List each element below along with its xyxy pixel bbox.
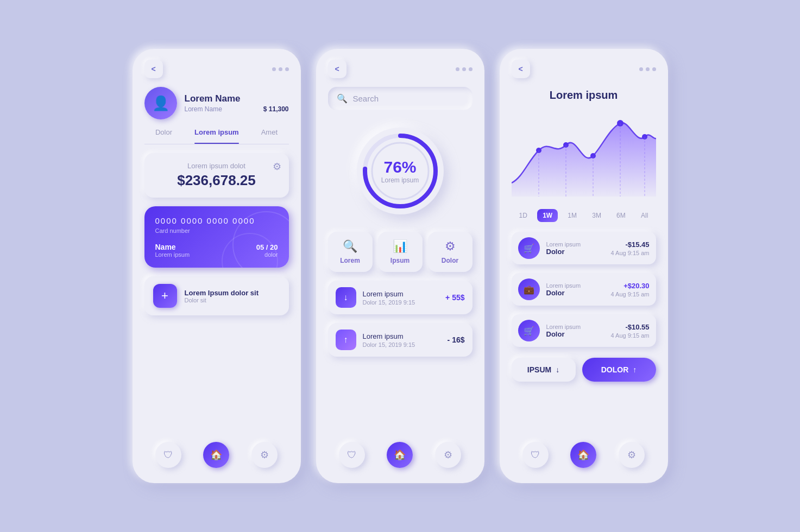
ipsum-label: IPSUM <box>527 365 551 374</box>
dolor-button[interactable]: DOLOR ↑ <box>582 358 656 382</box>
profile-sub: Lorem Name $ 11,300 <box>185 105 289 113</box>
txn3-date-2: 4 Aug 9:15 am <box>611 291 650 297</box>
progress-label: Lorem ipsum <box>381 176 419 184</box>
txn3-right-2: +$20.30 4 Aug 9:15 am <box>611 282 650 297</box>
txn3-right-1: -$15.45 4 Aug 9:15 am <box>611 240 650 256</box>
nav-gear-2[interactable]: ⚙ <box>435 442 461 468</box>
nav-home-3[interactable]: 🏠 <box>570 442 596 468</box>
screen-1: < 👤 Lorem Name Lorem Name $ 11,300 Dol <box>133 49 301 483</box>
nav-home-1[interactable]: 🏠 <box>203 442 229 468</box>
bottom-nav-2: 🛡 🏠 ⚙ <box>328 438 473 468</box>
action-dolor-label: Dolor <box>442 257 458 264</box>
profile-sub-name: Lorem Name <box>185 105 222 113</box>
nav-home-2[interactable]: 🏠 <box>387 442 413 468</box>
time-tab-1m[interactable]: 1M <box>562 209 582 222</box>
add-text-main: Lorem Ipsum dolor sit <box>185 289 259 297</box>
time-tab-3m[interactable]: 3M <box>587 209 607 222</box>
action-ipsum[interactable]: 📊 Ipsum <box>378 232 423 272</box>
dots-3 <box>639 67 656 71</box>
avatar-icon: 👤 <box>152 95 169 112</box>
profile-name: Lorem Name <box>185 93 289 104</box>
card-number: 0000 0000 0000 0000 <box>155 216 278 225</box>
txn3-row-2: 💼 Lorem ipsum Dolor +$20.30 4 Aug 9:15 a… <box>512 273 656 306</box>
chart-area <box>512 112 656 199</box>
dots-2 <box>456 67 473 71</box>
chart-title: Lorem ipsum <box>512 87 656 104</box>
add-text: Lorem Ipsum dolor sit Dolor sit <box>185 289 259 303</box>
add-button[interactable]: + <box>153 284 177 308</box>
txn3-name-2: Dolor <box>546 289 604 297</box>
profile-amount: $ 11,300 <box>263 105 289 113</box>
nav-shield-1[interactable]: 🛡 <box>155 442 181 468</box>
tab-lorem-ipsum[interactable]: Lorem ipsum <box>194 128 239 140</box>
time-tab-1d[interactable]: 1D <box>514 209 533 222</box>
txn3-date-3: 4 Aug 9:15 am <box>611 332 650 339</box>
back-button-1[interactable]: < <box>144 60 163 78</box>
circle-progress: 76% Lorem ipsum <box>357 128 444 214</box>
chart-svg <box>512 112 656 199</box>
txn-row-2: ↑ Lorem ipsum Dolor 15, 2019 9:15 - 16$ <box>328 323 473 357</box>
nav-gear-3[interactable]: ⚙ <box>619 442 645 468</box>
top-bar-2: < <box>328 60 473 78</box>
txn3-date-1: 4 Aug 9:15 am <box>611 250 650 256</box>
nav-shield-3[interactable]: 🛡 <box>522 442 549 468</box>
action-row: 🔍 Lorem 📊 Ipsum ⚙ Dolor <box>328 232 473 272</box>
screen-3: < Lorem ipsum <box>500 49 668 483</box>
nav-gear-1[interactable]: ⚙ <box>251 442 278 468</box>
search-placeholder: Search <box>353 94 379 103</box>
profile-section: 👤 Lorem Name Lorem Name $ 11,300 <box>144 87 289 119</box>
balance-label: Lorem ipsum dolot <box>154 162 279 170</box>
gear-action-icon: ⚙ <box>445 239 456 254</box>
time-tab-all[interactable]: All <box>635 209 653 222</box>
dolor-arrow-icon: ↑ <box>633 365 637 374</box>
top-bar-1: < <box>144 60 289 78</box>
nav-shield-2[interactable]: 🛡 <box>339 442 365 468</box>
action-ipsum-label: Ipsum <box>390 257 410 264</box>
search-bar[interactable]: 🔍 Search <box>328 87 473 110</box>
txn3-row-1: 🛒 Lorem ipsum Dolor -$15.45 4 Aug 9:15 a… <box>512 232 656 264</box>
txn3-row-3: 🛒 Lorem ipsum Dolor -$10.55 4 Aug 9:15 a… <box>512 314 656 347</box>
progress-wrap: 76% Lorem ipsum <box>328 119 473 223</box>
txn-icon-down: ↓ <box>336 287 356 308</box>
txn-main-1: Lorem ipsum Dolor 15, 2019 9:15 <box>363 290 439 306</box>
dot-2 <box>279 67 282 71</box>
action-dolor[interactable]: ⚙ Dolor <box>428 232 473 272</box>
back-button-3[interactable]: < <box>512 60 530 78</box>
back-button-2[interactable]: < <box>328 60 347 78</box>
txn-amount-1: + 55$ <box>445 293 464 302</box>
dot-3 <box>285 67 289 71</box>
txn-title-2: Lorem ipsum <box>363 332 441 340</box>
txn-row-1: ↓ Lorem ipsum Dolor 15, 2019 9:15 + 55$ <box>328 281 473 314</box>
txn3-amount-3: -$10.55 <box>611 323 650 331</box>
gear-icon[interactable]: ⚙ <box>273 161 281 173</box>
txn-main-2: Lorem ipsum Dolor 15, 2019 9:15 <box>363 332 441 348</box>
txn3-name-3: Dolor <box>546 330 604 338</box>
txn3-amount-1: -$15.45 <box>611 240 650 249</box>
txn3-info-3: Lorem ipsum Dolor <box>546 324 604 338</box>
card-bottom: Name Lorem ipsum 05 / 20 dolor <box>155 243 278 258</box>
txn3-icon-3: 🛒 <box>518 320 540 341</box>
credit-card: 0000 0000 0000 0000 Card number Name Lor… <box>144 206 289 268</box>
top-bar-3: < <box>512 60 656 78</box>
action-lorem[interactable]: 🔍 Lorem <box>328 232 373 272</box>
txn3-icon-1: 🛒 <box>518 237 540 259</box>
dots-1 <box>272 67 289 71</box>
search-action-icon: 🔍 <box>343 239 357 254</box>
avatar: 👤 <box>144 87 177 119</box>
txn3-icon-2: 💼 <box>518 278 540 300</box>
action-lorem-label: Lorem <box>340 257 360 264</box>
profile-info: Lorem Name Lorem Name $ 11,300 <box>185 93 289 113</box>
txn-icon-up: ↑ <box>336 330 356 350</box>
progress-pct: 76% <box>383 158 416 176</box>
card-number-label: Card number <box>155 227 278 234</box>
ipsum-button[interactable]: IPSUM ↓ <box>512 358 576 382</box>
txn-date-1: Dolor 15, 2019 9:15 <box>363 299 439 306</box>
time-tab-1w[interactable]: 1W <box>537 209 558 222</box>
card-expiry: 05 / 20 dolor <box>256 243 278 258</box>
time-tab-6m[interactable]: 6M <box>611 209 631 222</box>
tab-dolor[interactable]: Dolor <box>155 128 172 140</box>
txn-date-2: Dolor 15, 2019 9:15 <box>363 341 441 348</box>
tab-amet[interactable]: Amet <box>261 128 278 140</box>
bottom-nav-1: 🛡 🏠 ⚙ <box>144 438 289 468</box>
card-holder-name: Name <box>155 243 190 251</box>
